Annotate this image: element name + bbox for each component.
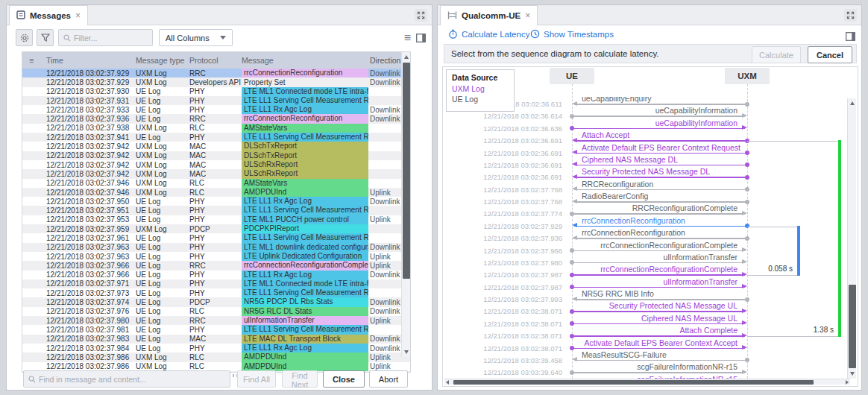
- column-header-message[interactable]: Message: [242, 56, 368, 65]
- message-label[interactable]: RadioBearerConfig: [582, 192, 648, 200]
- table-row[interactable]: 12/21/2018 03:02:37.966UE LogRRCrrcConne…: [22, 261, 410, 270]
- message-label[interactable]: Attach Complete: [582, 326, 738, 335]
- message-arrow[interactable]: [574, 250, 745, 252]
- message-arrow[interactable]: [574, 238, 745, 239]
- message-label[interactable]: ulInformationTransfer: [582, 253, 738, 262]
- column-header-time[interactable]: Time: [40, 56, 136, 65]
- table-row[interactable]: 12/21/2018 03:02:37.973UE LogPHYLTE LL1 …: [22, 288, 410, 297]
- message-arrow[interactable]: [574, 201, 745, 203]
- message-arrow[interactable]: [574, 153, 745, 154]
- scroll-up-icon[interactable]: [404, 55, 409, 59]
- diagram-vscrollbar[interactable]: [847, 98, 856, 379]
- message-arrow[interactable]: [574, 262, 745, 264]
- message-label[interactable]: Ciphered NAS Message DL: [582, 155, 678, 164]
- scroll-down-icon[interactable]: [850, 372, 855, 376]
- close-tab-icon[interactable]: ×: [525, 10, 530, 21]
- table-row[interactable]: 12/21/2018 03:02:37.951UE LogPHYLTE LL1 …: [22, 206, 410, 215]
- message-arrow[interactable]: [574, 335, 745, 337]
- message-label[interactable]: MeasResultSCG-Failure: [582, 350, 667, 359]
- message-arrow[interactable]: [574, 213, 745, 215]
- table-row[interactable]: 12/21/2018 03:02:37.942UXM LogMACDLSchTx…: [22, 142, 410, 151]
- message-label[interactable]: Ciphered NAS Message UL: [582, 314, 738, 323]
- scrollbar-thumb[interactable]: [453, 380, 814, 385]
- table-row[interactable]: 12/21/2018 03:02:37.938UXM LogRLCAMState…: [22, 124, 410, 133]
- expand-icon[interactable]: [844, 9, 857, 22]
- message-label[interactable]: rrcConnectionReconfiguration: [582, 228, 685, 237]
- message-label[interactable]: rrcConnectionReconfigurationComplete: [582, 241, 738, 250]
- scroll-down-icon[interactable]: [404, 350, 409, 354]
- table-row[interactable]: 12/21/2018 03:02:37.959UXM LogPDCPPDCPKP…: [22, 224, 410, 233]
- find-next-button[interactable]: Find Next: [282, 370, 318, 388]
- message-arrow[interactable]: [574, 372, 745, 373]
- table-row[interactable]: 12/21/2018 03:02:37.936UE LogRRCrrcConne…: [22, 114, 410, 123]
- table-row[interactable]: 12/21/2018 03:02:37.984UE LogPHYLTE LL1 …: [22, 344, 410, 353]
- diagram-hscrollbar[interactable]: [444, 379, 850, 385]
- table-row[interactable]: 12/21/2018 03:02:37.976UE LogRLCNR5G RLC…: [22, 307, 410, 316]
- message-arrow[interactable]: [574, 311, 745, 312]
- table-row[interactable]: 12/21/2018 03:02:37.983UE LogMACLTE MAC …: [22, 335, 410, 344]
- column-header-protocol[interactable]: Protocol: [189, 56, 242, 65]
- message-label[interactable]: scgFailureInformationNR-r15: [582, 362, 738, 371]
- table-row[interactable]: 12/21/2018 03:02:37.986UXM LogRLCAMDPDUI…: [22, 353, 410, 361]
- latency-bar[interactable]: [797, 226, 800, 276]
- menu-icon[interactable]: ≡: [404, 31, 411, 45]
- message-arrow[interactable]: [574, 104, 745, 105]
- message-label[interactable]: RRCReconfigurationComplete: [582, 203, 738, 212]
- column-header-direction[interactable]: Direction: [368, 56, 401, 65]
- message-label[interactable]: ueCapabilityEnquiry: [582, 97, 651, 103]
- latency-bar[interactable]: [838, 140, 841, 337]
- abort-button[interactable]: Abort: [369, 370, 408, 388]
- message-arrow[interactable]: [574, 128, 745, 130]
- message-arrow[interactable]: [574, 360, 745, 361]
- message-arrow[interactable]: [574, 323, 745, 325]
- close-tab-icon[interactable]: ×: [75, 10, 81, 21]
- cancel-button[interactable]: Cancel: [808, 46, 852, 63]
- calculate-latency-button[interactable]: Calculate Latency: [448, 29, 529, 39]
- table-row[interactable]: 12/21/2018 03:02:37.942UXM LogMACDLSchTx…: [22, 151, 410, 160]
- sequence-diagram[interactable]: UE UXM 12/21/2018 03:02:36.611ueCapabili…: [442, 66, 858, 387]
- find-all-button[interactable]: Find All: [237, 370, 276, 388]
- message-arrow[interactable]: [574, 165, 745, 166]
- settings-button[interactable]: [16, 29, 33, 46]
- table-row[interactable]: 12/21/2018 03:02:37.950UE LogPHYLTE LL1 …: [22, 197, 410, 206]
- find-input[interactable]: [39, 375, 230, 384]
- message-label[interactable]: RRCReconfiguration: [582, 180, 653, 189]
- legend-item-uxm-log[interactable]: UXM Log: [452, 84, 514, 93]
- table-row[interactable]: 12/21/2018 03:02:37.931UE LogPHYLTE LL1 …: [22, 96, 410, 105]
- scroll-right-icon[interactable]: [846, 380, 849, 385]
- table-row[interactable]: 12/21/2018 03:02:37.971UE LogPHYLTE ML1 …: [22, 279, 410, 288]
- message-label[interactable]: ueCapabilityInformation: [582, 106, 738, 115]
- message-label[interactable]: ueCapabilityInformation: [582, 118, 738, 127]
- scroll-left-icon[interactable]: [446, 380, 449, 385]
- scroll-up-icon[interactable]: [850, 101, 855, 105]
- tab-qualcomm-ue[interactable]: Qualcomm-UE ×: [440, 5, 538, 25]
- table-row[interactable]: 12/21/2018 03:02:37.929UXM LogRRCrrcConn…: [22, 69, 410, 78]
- table-row[interactable]: 12/21/2018 03:02:37.930UE LogPHYLTE ML1 …: [22, 87, 410, 96]
- table-row[interactable]: 12/21/2018 03:02:37.946UXM LogRLCAMState…: [22, 179, 410, 188]
- expand-icon[interactable]: [415, 9, 427, 22]
- message-label[interactable]: Activate Default EPS Bearer Context Acce…: [582, 338, 738, 347]
- message-arrow[interactable]: [574, 348, 745, 350]
- table-row[interactable]: 12/21/2018 03:02:37.980UE LogRRCulInform…: [22, 316, 410, 325]
- message-label[interactable]: ulInformationTransfer: [582, 277, 738, 286]
- message-arrow[interactable]: [574, 274, 745, 276]
- calculate-button[interactable]: Calculate: [752, 46, 801, 63]
- message-label[interactable]: Attach Accept: [582, 130, 629, 139]
- message-arrow[interactable]: [574, 226, 745, 227]
- message-arrow[interactable]: [574, 189, 745, 191]
- table-row[interactable]: 12/21/2018 03:02:37.933UE LogPHYLTE LL1 …: [22, 105, 410, 114]
- message-label[interactable]: Security Protected NAS Message UL: [582, 301, 738, 310]
- table-row[interactable]: 12/21/2018 03:02:37.974UE LogPDCPNR5G PD…: [22, 297, 410, 306]
- table-row[interactable]: 12/21/2018 03:02:37.966UE LogPHYLTE LL1 …: [22, 271, 410, 279]
- table-row[interactable]: 12/21/2018 03:02:37.963UE LogPHYLTE Upli…: [22, 252, 410, 261]
- message-arrow[interactable]: [574, 140, 745, 142]
- message-label[interactable]: NR5G RRC MIB Info: [582, 289, 654, 298]
- panel-toggle-icon[interactable]: [846, 31, 855, 44]
- message-arrow[interactable]: [574, 177, 745, 178]
- table-row[interactable]: 12/21/2018 03:02:37.942UXM LogMACULSchRx…: [22, 160, 410, 169]
- table-row[interactable]: 12/21/2018 03:02:37.981UE LogPHYLTE LL1 …: [22, 325, 410, 334]
- table-row[interactable]: 12/21/2018 03:02:37.929UXM LogDevelopers…: [22, 78, 410, 86]
- message-label[interactable]: Security Protected NAS Message DL: [582, 167, 710, 176]
- message-label[interactable]: rrcConnectionReconfiguration: [582, 216, 685, 225]
- tab-messages[interactable]: Messages ×: [9, 5, 88, 25]
